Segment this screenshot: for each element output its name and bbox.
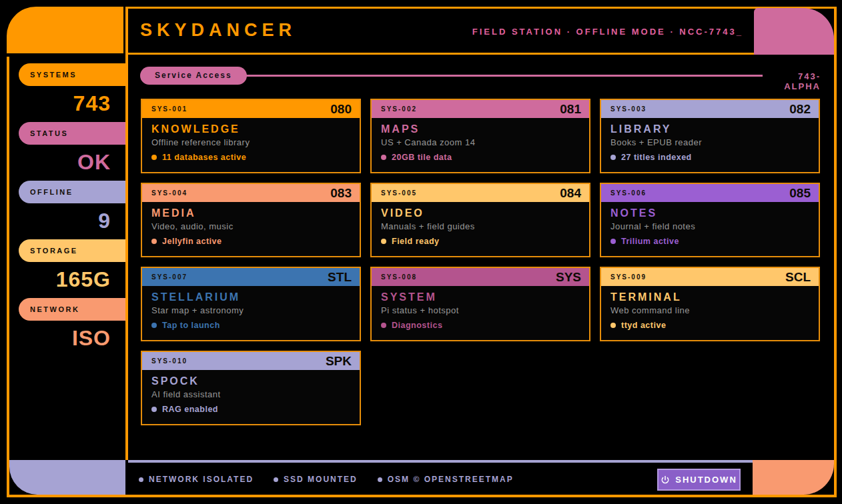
sidebar-pill-label: NETWORK [30,305,79,313]
card-media[interactable]: SYS-004 083 MEDIA Video, audio, music Je… [141,183,361,257]
card-system[interactable]: SYS-008 SYS SYSTEM Pi status + hotspot D… [370,267,590,341]
card-title: MAPS [381,123,580,135]
card-id: SYS-004 [151,189,187,197]
card-stellarium[interactable]: SYS-007 STL STELLARIUM Star map + astron… [141,267,361,341]
card-spock[interactable]: SYS-010 SPK SPOCK AI field assistant RAG… [141,351,361,425]
card-title: SYSTEM [381,291,580,303]
card-status: RAG enabled [151,405,350,414]
service-access-button[interactable]: Service Access [140,67,247,85]
sidebar-pill-offline[interactable]: OFFLINE [19,181,125,203]
sidebar-pill-storage[interactable]: STORAGE [19,239,125,262]
card-header: SYS-008 SYS [372,268,589,286]
sidebar-pill-status[interactable]: STATUS [19,122,125,145]
card-id: SYS-005 [381,189,417,197]
card-subtitle: Star map + astronomy [151,305,350,315]
card-header: SYS-006 085 [601,184,819,202]
card-terminal[interactable]: SYS-009 SCL TERMINAL Web command line tt… [600,267,820,341]
card-header: SYS-007 STL [142,268,360,286]
sidebar-pill-network[interactable]: NETWORK [19,298,125,321]
card-subtitle: US + Canada zoom 14 [381,137,580,147]
sidebar-pill-label: OFFLINE [30,188,73,196]
card-title: VIDEO [381,207,580,219]
card-library[interactable]: SYS-003 082 LIBRARY Books + EPUB reader … [600,99,820,173]
card-notes[interactable]: SYS-006 085 NOTES Journal + field notes … [600,183,820,257]
header-corner-block [754,8,834,55]
status-dot-icon [381,239,386,244]
status-dot-icon [151,323,157,328]
card-id: SYS-009 [610,273,647,281]
card-subtitle: AI field assistant [151,389,350,399]
page-title: SKYDANCER [140,20,296,41]
sidebar-value-storage: 165G [9,267,111,292]
card-code: 080 [330,102,352,117]
card-body: SYSTEM Pi status + hotspot Diagnostics [372,286,589,330]
card-status-text: 20GB tile data [392,153,452,162]
card-status: 11 databases active [151,153,350,162]
card-title: SPOCK [151,375,350,387]
card-header: SYS-010 SPK [142,352,360,370]
sidebar-pill-label: STATUS [30,129,68,137]
card-status: 20GB tile data [381,153,580,162]
card-id: SYS-006 [610,189,647,197]
card-body: KNOWLEDGE Offline reference library 11 d… [142,118,360,162]
card-code: 081 [560,102,581,117]
sidebar-pill-label: STORAGE [30,247,78,255]
sidebar-pill-systems[interactable]: SYSTEMS [19,63,125,86]
status-dot-icon [274,477,278,482]
card-title: NOTES [610,207,809,219]
card-body: MAPS US + Canada zoom 14 20GB tile data [372,118,589,162]
status-dot-icon [610,239,616,244]
card-knowledge[interactable]: SYS-001 080 KNOWLEDGE Offline reference … [141,99,361,173]
card-code: 083 [330,186,352,201]
card-status: Diagnostics [381,321,580,330]
status-dot-icon [381,155,386,160]
footer-status-network: NETWORK ISOLATED [139,475,254,484]
card-subtitle: Journal + field notes [610,221,809,231]
card-id: SYS-007 [151,273,187,281]
card-status: ttyd active [610,321,809,330]
card-subtitle: Books + EPUB reader [610,137,809,147]
shutdown-button[interactable]: SHUTDOWN [657,469,741,491]
footer-status-text: SSD MOUNTED [284,475,358,484]
header-bottom-line [125,53,837,55]
card-status-text: ttyd active [621,321,666,330]
card-video[interactable]: SYS-005 084 VIDEO Manuals + field guides… [370,183,590,257]
card-id: SYS-003 [610,105,647,113]
frame-bottom-line [7,495,837,497]
card-status-text: Tap to launch [162,321,220,330]
card-body: MEDIA Video, audio, music Jellyfin activ… [142,202,360,246]
status-dot-icon [378,477,382,482]
frame-top-line [125,7,837,9]
card-title: MEDIA [151,207,350,219]
footer-rule [128,460,753,463]
card-title: TERMINAL [610,291,809,303]
card-code: 084 [560,186,581,201]
header-elbow-block [7,7,123,53]
status-dot-icon [139,477,143,482]
shutdown-label: SHUTDOWN [675,475,737,485]
card-code: STL [328,270,352,285]
card-header: SYS-009 SCL [601,268,819,286]
card-header: SYS-004 083 [142,184,360,202]
card-status: Field ready [381,237,580,246]
card-status-text: 11 databases active [162,153,246,162]
card-body: STELLARIUM Star map + astronomy Tap to l… [142,286,360,330]
card-status-text: Field ready [392,237,440,246]
card-body: SPOCK AI field assistant RAG enabled [142,370,360,414]
footer-elbow-block [9,460,125,495]
footer-status-text: NETWORK ISOLATED [149,475,254,484]
footer-status-ssd: SSD MOUNTED [274,475,358,484]
card-header: SYS-001 080 [142,100,360,118]
card-body: LIBRARY Books + EPUB reader 27 titles in… [601,118,819,162]
card-maps[interactable]: SYS-002 081 MAPS US + Canada zoom 14 20G… [370,99,590,173]
card-subtitle: Pi status + hotspot [381,305,580,315]
card-status-text: Diagnostics [392,321,442,330]
card-id: SYS-008 [381,273,417,281]
card-id: SYS-001 [151,105,187,113]
sidebar-value-network: ISO [9,326,111,351]
status-dot-icon [381,323,386,328]
card-status: Trilium active [610,237,809,246]
card-id: SYS-010 [151,357,187,365]
card-subtitle: Manuals + field guides [381,221,580,231]
card-body: TERMINAL Web command line ttyd active [601,286,819,330]
